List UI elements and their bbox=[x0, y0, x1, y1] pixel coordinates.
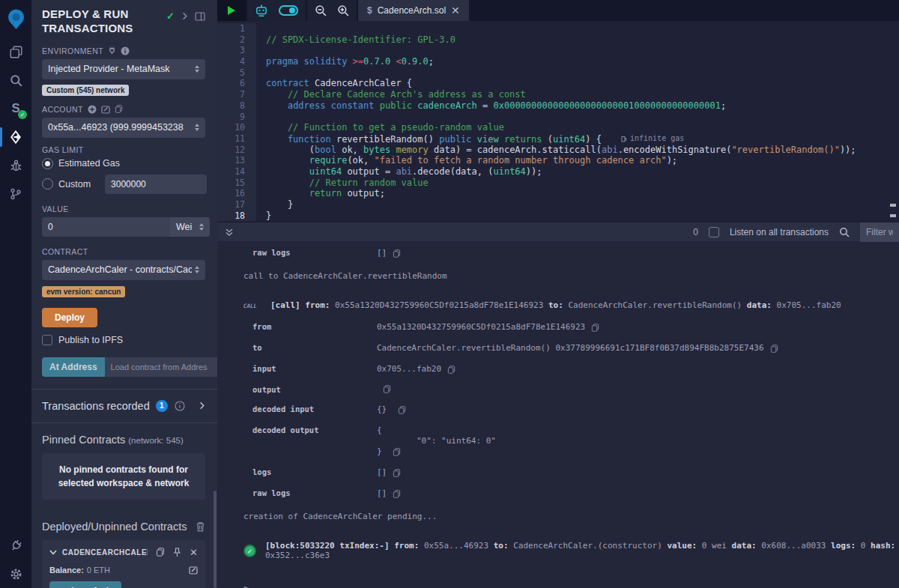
solidity-compiler-icon[interactable]: S ✓ bbox=[0, 94, 31, 123]
copy-icon[interactable] bbox=[393, 490, 401, 498]
code-line: 13 require(ok, "failed to fetch a random… bbox=[217, 155, 899, 166]
terminal-call-summary[interactable]: CALL[call] from: 0x55a1320D432759960C5Df… bbox=[243, 300, 899, 310]
terminal-kv-row: output bbox=[243, 385, 899, 394]
terminal-creation-line: creation of CadenceArchCaler pending... bbox=[243, 512, 899, 521]
git-branch-icon[interactable] bbox=[0, 180, 31, 208]
at-address-input[interactable] bbox=[105, 357, 217, 377]
value-unit-select[interactable]: Wei bbox=[170, 217, 210, 237]
deploy-button[interactable]: Deploy bbox=[42, 308, 97, 327]
pin-icon[interactable] bbox=[173, 548, 181, 557]
terminal-header: 0 Listen on all transactions bbox=[217, 222, 899, 241]
value-input[interactable] bbox=[42, 217, 170, 237]
custom-gas-option: Custom bbox=[58, 179, 91, 190]
listen-transactions-checkbox[interactable] bbox=[709, 227, 719, 237]
collapse-terminal-icon[interactable] bbox=[225, 228, 234, 237]
panel-scrollbar[interactable] bbox=[214, 491, 217, 588]
code-editor[interactable]: 12// SPDX-License-Identifier: GPL-3.034p… bbox=[217, 21, 899, 222]
chevron-updown-icon bbox=[199, 223, 204, 231]
code-line: 1 bbox=[217, 23, 899, 34]
copy-account-icon[interactable] bbox=[115, 105, 123, 113]
balance-label: Balance: bbox=[49, 566, 84, 575]
gas-pump-icon bbox=[621, 136, 627, 142]
chevron-updown-icon bbox=[195, 266, 199, 273]
estimated-gas-radio[interactable] bbox=[42, 158, 53, 169]
custom-gas-radio[interactable] bbox=[42, 178, 53, 190]
code-line: 8 address constant public cadenceArch = … bbox=[217, 100, 899, 112]
pin-panel-icon[interactable] bbox=[195, 12, 205, 21]
copy-icon[interactable] bbox=[398, 406, 406, 414]
copy-icon[interactable] bbox=[393, 448, 401, 456]
zoom-in-icon[interactable] bbox=[337, 4, 349, 16]
trash-icon[interactable] bbox=[196, 521, 205, 532]
zoom-out-icon[interactable] bbox=[315, 4, 327, 16]
environment-select[interactable]: Injected Provider - MetaMask bbox=[42, 59, 205, 79]
at-address-button[interactable]: At Address bbox=[42, 357, 105, 377]
code-line: 7 // Declare Cadence Arch's address as a… bbox=[217, 89, 899, 100]
publish-ipfs-checkbox[interactable] bbox=[42, 335, 52, 345]
info-circle-icon[interactable] bbox=[175, 401, 185, 411]
gas-limit-label: GAS LIMIT bbox=[42, 145, 205, 154]
deploy-run-panel: DEPLOY & RUN TRANSACTIONS ✓ ENVIRONMENT … bbox=[31, 0, 217, 588]
terminal-kv-row: toCadenceArchCaler.revertibleRandom() 0x… bbox=[243, 343, 899, 354]
code-line: 11 function revertibleRandom() public vi… bbox=[217, 133, 899, 145]
expand-transactions-icon[interactable] bbox=[199, 401, 205, 410]
transactions-count-badge: 1 bbox=[156, 400, 168, 412]
debugger-icon[interactable] bbox=[0, 151, 31, 180]
copy-icon[interactable] bbox=[383, 385, 391, 393]
contract-instance-title[interactable]: CADENCEARCHCALER AT 0) bbox=[62, 548, 148, 557]
copy-icon[interactable] bbox=[770, 345, 778, 353]
success-check-icon: ✓ bbox=[243, 545, 256, 557]
remix-logo-icon[interactable] bbox=[0, 1, 31, 37]
custom-gas-input[interactable] bbox=[105, 175, 207, 194]
copy-icon[interactable] bbox=[591, 324, 599, 332]
code-line: 4pragma solidity >=0.7.0 <0.9.0; bbox=[217, 56, 899, 67]
close-icon[interactable]: ✕ bbox=[190, 547, 198, 558]
code-line: 14 uint64 output = abi.decode(data, (uin… bbox=[217, 166, 899, 178]
contract-label: CONTRACT bbox=[42, 247, 205, 256]
copy-icon[interactable] bbox=[393, 249, 401, 258]
balance-value: 0 ETH bbox=[87, 566, 110, 575]
terminal-filter-input[interactable] bbox=[860, 222, 899, 242]
settings-gear-icon[interactable] bbox=[0, 560, 31, 588]
terminal-search-icon[interactable] bbox=[839, 227, 850, 237]
add-account-icon[interactable] bbox=[88, 105, 97, 114]
code-line: 15 // Return random value bbox=[217, 178, 899, 189]
ai-copilot-toggle[interactable] bbox=[279, 5, 298, 16]
copy-icon[interactable] bbox=[447, 366, 455, 374]
deploy-run-icon[interactable] bbox=[0, 123, 31, 151]
solidity-file-icon: $ bbox=[367, 5, 372, 16]
edit-icon[interactable] bbox=[189, 566, 198, 575]
env-info-icon[interactable] bbox=[121, 46, 130, 55]
copy-icon[interactable] bbox=[393, 469, 401, 477]
env-plug-icon[interactable] bbox=[108, 46, 116, 55]
copy-icon[interactable] bbox=[156, 548, 165, 557]
chevron-down-icon[interactable] bbox=[49, 550, 57, 555]
terminal-output[interactable]: raw logs[]call to CadenceArchCaler.rever… bbox=[217, 241, 899, 588]
terminal-call-line: call to CadenceArchCaler.revertibleRando… bbox=[243, 271, 899, 281]
close-tab-icon[interactable]: ✕ bbox=[451, 5, 460, 16]
terminal-block-confirmation[interactable]: ✓[block:5033220 txIndex:-] from: 0x55a..… bbox=[243, 541, 899, 560]
file-explorer-icon[interactable] bbox=[0, 37, 31, 66]
plugin-manager-icon[interactable] bbox=[0, 531, 31, 560]
call-cadenceArch-button[interactable]: cadenceArch bbox=[49, 581, 121, 588]
no-pinned-contracts-message: No pinned contracts found for selected w… bbox=[42, 453, 205, 500]
code-line: 6contract CadenceArchCaler { bbox=[217, 78, 899, 89]
terminal-prompt[interactable]: > bbox=[243, 583, 899, 588]
contract-select[interactable]: CadenceArchCaler - contracts/Cac bbox=[42, 260, 205, 280]
compile-success-badge: ✓ bbox=[18, 110, 27, 119]
ready-check-icon: ✓ bbox=[166, 10, 175, 22]
tab-cadencearch-sol[interactable]: $ CadenceArch.sol ✕ bbox=[358, 0, 469, 21]
code-line: 5 bbox=[217, 67, 899, 79]
terminal-kv-row: decoded input{} bbox=[243, 404, 899, 415]
ai-assistant-robot-icon[interactable] bbox=[255, 4, 268, 17]
gas-estimate-annotation: infinite gas bbox=[621, 133, 684, 145]
account-select[interactable]: 0x55a...46923 (999.9999453238 bbox=[42, 118, 205, 138]
transactions-recorded-row: Transactions recorded 1 bbox=[42, 390, 205, 422]
sign-message-icon[interactable] bbox=[101, 105, 110, 114]
chevron-updown-icon bbox=[195, 65, 199, 73]
run-script-icon[interactable] bbox=[228, 6, 235, 15]
account-label: ACCOUNT bbox=[42, 105, 205, 114]
terminal-kv-row: raw logs[] bbox=[243, 488, 899, 499]
expand-panel-icon[interactable] bbox=[181, 12, 188, 20]
search-icon[interactable] bbox=[0, 66, 31, 94]
